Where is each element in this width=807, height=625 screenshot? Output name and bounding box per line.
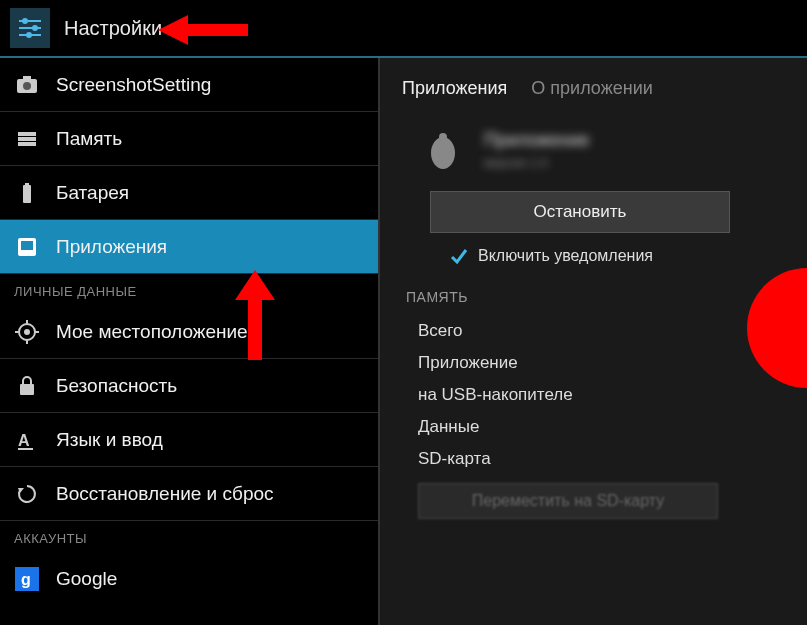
- camera-icon: [14, 72, 40, 98]
- svg-rect-12: [18, 142, 36, 146]
- svg-point-18: [24, 329, 30, 335]
- sidebar-item-security[interactable]: Безопасность: [0, 359, 378, 413]
- sidebar-item-google[interactable]: g Google: [0, 552, 378, 606]
- reset-icon: [14, 481, 40, 507]
- svg-point-5: [27, 33, 31, 37]
- svg-point-31: [439, 133, 447, 141]
- sidebar-section-personal: ЛИЧНЫЕ ДАННЫЕ: [0, 274, 378, 305]
- svg-point-3: [33, 26, 37, 30]
- sidebar-item-label: ScreenshotSetting: [56, 74, 211, 96]
- battery-icon: [14, 180, 40, 206]
- app-version: версия 1.0: [484, 155, 590, 170]
- sidebar-item-location[interactable]: Мое местоположение: [0, 305, 378, 359]
- svg-rect-14: [25, 183, 29, 186]
- checkbox-checked-icon: [450, 247, 468, 265]
- sidebar-item-battery[interactable]: Батарея: [0, 166, 378, 220]
- sidebar-item-label: Google: [56, 568, 117, 590]
- memory-section-label: ПАМЯТЬ: [406, 289, 785, 305]
- storage-icon: [14, 126, 40, 152]
- tab-about[interactable]: О приложении: [531, 78, 652, 107]
- move-to-sd-button[interactable]: Переместить на SD-карту: [418, 483, 718, 519]
- sidebar: ScreenshotSetting Память Батарея Приложе…: [0, 58, 380, 625]
- header: Настройки: [0, 0, 807, 58]
- svg-rect-23: [20, 384, 34, 395]
- app-header: Приложение версия 1.0: [420, 127, 785, 173]
- sidebar-item-label: Восстановление и сброс: [56, 483, 274, 505]
- detail-pane: Приложения О приложении Приложение верси…: [380, 58, 807, 625]
- sidebar-item-label: Безопасность: [56, 375, 177, 397]
- sidebar-item-memory[interactable]: Память: [0, 112, 378, 166]
- apps-icon: [14, 234, 40, 260]
- svg-rect-13: [23, 185, 31, 203]
- notifications-checkbox-row[interactable]: Включить уведомления: [450, 247, 785, 265]
- svg-text:A: A: [18, 432, 30, 449]
- memory-row-usb: на USB-накопителе: [402, 379, 785, 411]
- settings-icon: [10, 8, 50, 48]
- memory-row-app: Приложение: [402, 347, 785, 379]
- svg-rect-16: [21, 241, 33, 250]
- sidebar-item-reset[interactable]: Восстановление и сброс: [0, 467, 378, 521]
- stop-button[interactable]: Остановить: [430, 191, 730, 233]
- sidebar-item-screenshot[interactable]: ScreenshotSetting: [0, 58, 378, 112]
- svg-rect-11: [18, 137, 36, 141]
- sidebar-item-label: Мое местоположение: [56, 321, 248, 343]
- memory-row-data: Данные: [402, 411, 785, 443]
- svg-point-30: [431, 137, 455, 169]
- app-icon: [420, 127, 466, 173]
- memory-row-total: Всего: [402, 315, 785, 347]
- sidebar-item-apps[interactable]: Приложения: [0, 220, 378, 274]
- sidebar-item-label: Язык и ввод: [56, 429, 163, 451]
- location-icon: [14, 319, 40, 345]
- svg-point-8: [23, 82, 31, 90]
- notifications-label: Включить уведомления: [478, 247, 653, 265]
- sidebar-item-language[interactable]: A Язык и ввод: [0, 413, 378, 467]
- sidebar-item-label: Память: [56, 128, 122, 150]
- svg-point-1: [23, 19, 27, 23]
- tab-apps[interactable]: Приложения: [402, 78, 507, 107]
- google-icon: g: [14, 566, 40, 592]
- svg-rect-10: [18, 132, 36, 136]
- detail-tabs: Приложения О приложении: [402, 78, 785, 107]
- sidebar-section-accounts: АККАУНТЫ: [0, 521, 378, 552]
- svg-text:g: g: [21, 571, 31, 588]
- memory-row-sd: SD-карта: [402, 443, 785, 475]
- sidebar-item-label: Приложения: [56, 236, 167, 258]
- app-name: Приложение: [484, 130, 590, 151]
- header-title: Настройки: [64, 17, 162, 40]
- language-icon: A: [14, 427, 40, 453]
- svg-rect-9: [23, 76, 31, 80]
- sidebar-item-label: Батарея: [56, 182, 129, 204]
- lock-icon: [14, 373, 40, 399]
